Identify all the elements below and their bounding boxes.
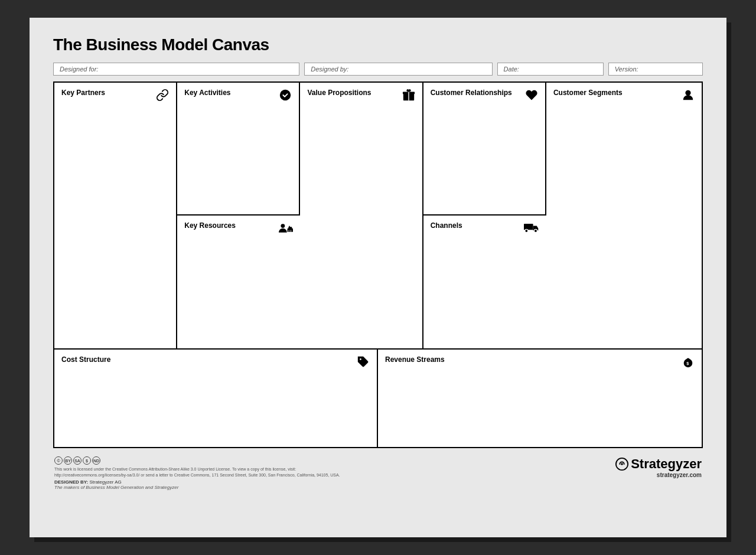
bottom-section: Cost Structure Revenue Streams — [54, 350, 702, 447]
license-text: This work is licensed under the Creative… — [54, 466, 340, 478]
customer-relationships-cell[interactable]: Customer Relationships — [423, 83, 546, 216]
key-activities-label: Key Activities — [184, 89, 292, 103]
footer: © BY SA $ ND This work is licensed under… — [53, 456, 703, 490]
cc-nc-icon: $ — [83, 456, 91, 465]
customer-segments-label: Customer Segments — [553, 89, 695, 103]
key-partners-label: Key Partners — [61, 89, 169, 103]
key-partners-cell[interactable]: Key Partners — [54, 83, 177, 348]
svg-point-11 — [534, 229, 537, 232]
tagline: The makers of Business Model Generation … — [54, 485, 340, 490]
cc-icon: © — [54, 456, 63, 465]
bmc-canvas: Key Partners Key Activities — [53, 81, 703, 448]
channels-icon — [524, 221, 539, 235]
svg-point-13 — [360, 358, 361, 360]
designed-by-footer: DESIGNED BY: Strategyzer AG — [54, 479, 340, 485]
date-field[interactable]: Date: — [497, 63, 604, 76]
svg-rect-3 — [289, 227, 292, 228]
value-propositions-label: Value Propositions — [307, 89, 415, 103]
channels-cell[interactable]: Channels — [423, 216, 546, 348]
cost-structure-label: Cost Structure — [61, 355, 370, 370]
customer-relationships-label: Customer Relationships — [431, 89, 538, 103]
key-resources-icon — [279, 221, 293, 236]
customer-relationships-icon — [525, 89, 538, 103]
customer-segments-cell[interactable]: Customer Segments — [546, 83, 702, 348]
brand-url: strategyzer.com — [615, 472, 702, 478]
key-activities-icon — [279, 89, 292, 103]
cr-channels-column: Customer Relationships Channels — [423, 83, 546, 348]
key-resources-label: Key Resources — [184, 221, 293, 236]
top-section: Key Partners Key Activities — [54, 83, 702, 350]
svg-point-12 — [685, 90, 690, 96]
svg-point-10 — [525, 229, 528, 232]
page-title: The Business Model Canvas — [53, 35, 703, 54]
svg-point-1 — [281, 224, 285, 228]
channels-label: Channels — [431, 221, 539, 235]
cost-structure-icon — [357, 355, 370, 370]
key-activities-cell[interactable]: Key Activities — [177, 83, 300, 216]
strategyzer-logo-icon — [615, 458, 628, 471]
key-partners-icon — [156, 89, 169, 103]
cc-nd-icon: ND — [92, 456, 100, 465]
svg-rect-9 — [524, 224, 533, 230]
version-field[interactable]: Version: — [608, 63, 703, 76]
revenue-streams-icon: $ — [682, 355, 695, 370]
designed-for-field[interactable]: Designed for: — [53, 63, 299, 76]
cost-structure-cell[interactable]: Cost Structure — [54, 350, 378, 447]
customer-segments-icon — [682, 89, 695, 103]
value-propositions-cell[interactable]: Value Propositions — [300, 83, 423, 348]
header-fields: Designed for: Designed by: Date: Version… — [53, 63, 703, 76]
page-wrapper: The Business Model Canvas Designed for: … — [30, 18, 726, 537]
cc-sa-icon: SA — [73, 456, 82, 465]
revenue-streams-label: Revenue Streams $ — [385, 355, 695, 370]
svg-point-0 — [280, 90, 291, 100]
svg-point-17 — [621, 463, 623, 465]
footer-left: © BY SA $ ND This work is licensed under… — [54, 456, 340, 490]
cc-icons: © BY SA $ ND — [54, 456, 340, 465]
svg-rect-2 — [288, 228, 293, 232]
brand-name: Strategyzer — [615, 456, 702, 472]
footer-right: Strategyzer strategyzer.com — [615, 456, 702, 478]
activities-resources-column: Key Activities Key Resources — [177, 83, 300, 348]
svg-rect-4 — [289, 226, 291, 228]
key-resources-cell[interactable]: Key Resources — [177, 216, 300, 348]
revenue-streams-cell[interactable]: Revenue Streams $ — [378, 350, 702, 447]
svg-text:$: $ — [686, 361, 689, 366]
cc-by-icon: BY — [64, 456, 72, 465]
value-propositions-icon — [402, 89, 415, 103]
designed-by-field[interactable]: Designed by: — [304, 63, 492, 76]
